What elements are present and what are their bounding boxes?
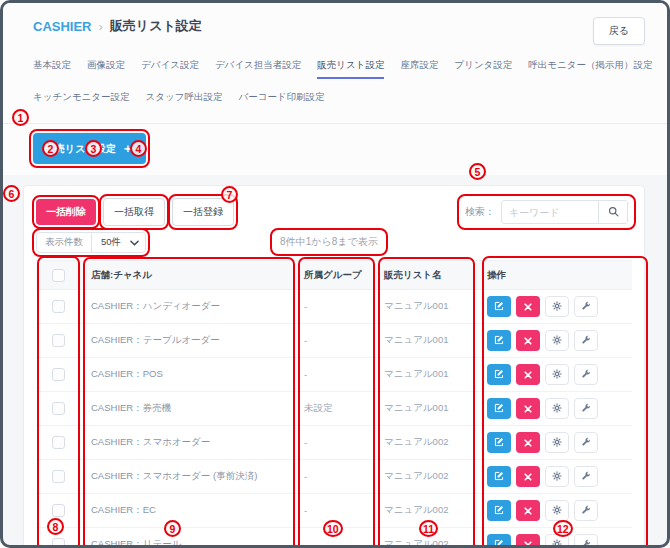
page-title: 販売リスト設定: [110, 17, 202, 35]
delete-button[interactable]: [516, 466, 540, 487]
edit-button[interactable]: [487, 398, 511, 419]
tab-販売リスト設定[interactable]: 販売リスト設定: [317, 59, 384, 79]
tab-キッチンモニター設定[interactable]: キッチンモニター設定: [33, 91, 130, 109]
table-row: CASHIER：テーブルオーダー - マニュアル001: [36, 324, 632, 358]
bulk-get-button[interactable]: 一括取得: [103, 198, 165, 226]
settings-button[interactable]: [545, 296, 569, 317]
edit-button[interactable]: [487, 296, 511, 317]
edit-button[interactable]: [487, 364, 511, 385]
edit-button[interactable]: [487, 500, 511, 521]
bulk-register-button[interactable]: 一括登録: [172, 198, 234, 226]
gear-icon: [552, 333, 562, 348]
table-meta-row: 表示件数 50件 8件中1から8まで表示: [36, 231, 632, 253]
settings-button[interactable]: [545, 466, 569, 487]
page-length-select[interactable]: 表示件数 50件: [36, 232, 146, 253]
search-box: [501, 200, 628, 224]
page-length-value[interactable]: 50件: [92, 236, 145, 249]
select-all-checkbox[interactable]: [52, 269, 65, 282]
row-checkbox[interactable]: [52, 368, 65, 381]
search-button[interactable]: [599, 201, 627, 223]
actions-cell: [481, 290, 632, 323]
channel-cell: CASHIER：EC: [81, 494, 296, 527]
row-select-cell: [36, 290, 81, 323]
row-checkbox[interactable]: [52, 470, 65, 483]
table-row: CASHIER：POS - マニュアル001: [36, 358, 632, 392]
back-button[interactable]: 戻る: [593, 17, 645, 45]
row-checkbox[interactable]: [52, 538, 65, 548]
annotation-circle-9: 9: [164, 520, 181, 537]
tab-画像設定[interactable]: 画像設定: [87, 59, 125, 79]
tab-プリンタ設定[interactable]: プリンタ設定: [454, 59, 512, 79]
table-body: CASHIER：ハンディオーダー - マニュアル001 CASHIER：テーブル…: [36, 290, 632, 548]
settings-button[interactable]: [545, 330, 569, 351]
tools-button[interactable]: [574, 500, 598, 521]
wrench-icon: [581, 367, 591, 382]
tools-button[interactable]: [574, 296, 598, 317]
bulk-delete-button[interactable]: 一括削除: [36, 199, 96, 225]
search-icon: [608, 205, 619, 220]
edit-icon: [494, 537, 504, 548]
channel-cell: CASHIER：POS: [81, 358, 296, 391]
annotation-circle-5: 5: [469, 163, 486, 180]
tools-button[interactable]: [574, 398, 598, 419]
gear-icon: [552, 367, 562, 382]
edit-button[interactable]: [487, 330, 511, 351]
settings-button[interactable]: [545, 500, 569, 521]
tab-基本設定[interactable]: 基本設定: [33, 59, 71, 79]
settings-button[interactable]: [545, 432, 569, 453]
tab-スタッフ呼出設定[interactable]: スタッフ呼出設定: [146, 91, 223, 109]
tab-row-1: 基本設定画像設定デバイス設定デバイス担当者設定販売リスト設定座席設定プリンタ設定…: [33, 59, 647, 79]
delete-button[interactable]: [516, 500, 540, 521]
tab-座席設定[interactable]: 座席設定: [400, 59, 438, 79]
edit-icon: [494, 333, 504, 348]
breadcrumb-root[interactable]: CASHIER: [33, 19, 92, 34]
actions-cell: [481, 460, 632, 493]
tools-button[interactable]: [574, 534, 598, 548]
delete-button[interactable]: [516, 296, 540, 317]
delete-button[interactable]: [516, 432, 540, 453]
delete-button[interactable]: [516, 398, 540, 419]
row-select-cell: [36, 426, 81, 459]
edit-button[interactable]: [487, 466, 511, 487]
row-select-cell: [36, 324, 81, 357]
wrench-icon: [581, 503, 591, 518]
row-select-cell: [36, 358, 81, 391]
x-icon: [524, 299, 532, 314]
list-name-cell: マニュアル001: [376, 392, 481, 425]
header-channel: 店舗:チャネル: [81, 261, 296, 289]
tab-バーコード印刷設定[interactable]: バーコード印刷設定: [238, 91, 324, 109]
row-checkbox[interactable]: [52, 402, 65, 415]
row-select-cell: [36, 392, 81, 425]
delete-button[interactable]: [516, 330, 540, 351]
edit-icon: [494, 367, 504, 382]
row-checkbox[interactable]: [52, 300, 65, 313]
tab-デバイス担当者設定[interactable]: デバイス担当者設定: [215, 59, 301, 79]
settings-button[interactable]: [545, 364, 569, 385]
annotation-circle-4: 4: [130, 140, 147, 157]
row-checkbox[interactable]: [52, 334, 65, 347]
wrench-icon: [581, 299, 591, 314]
delete-button[interactable]: [516, 534, 540, 548]
tab-呼出モニター（掲示用）設定[interactable]: 呼出モニター（掲示用）設定: [528, 59, 652, 79]
channel-cell: CASHIER：券売機: [81, 392, 296, 425]
gear-icon: [552, 299, 562, 314]
wrench-icon: [581, 401, 591, 416]
table-row: CASHIER：ハンディオーダー - マニュアル001: [36, 290, 632, 324]
tab-デバイス設定[interactable]: デバイス設定: [141, 59, 199, 79]
x-icon: [524, 537, 532, 548]
gear-icon: [552, 401, 562, 416]
delete-button[interactable]: [516, 364, 540, 385]
edit-button[interactable]: [487, 432, 511, 453]
header-select-all-cell: [36, 261, 81, 289]
row-checkbox[interactable]: [52, 436, 65, 449]
row-checkbox[interactable]: [52, 504, 65, 517]
search-input[interactable]: [502, 202, 598, 222]
settings-button[interactable]: [545, 398, 569, 419]
edit-button[interactable]: [487, 534, 511, 548]
tools-button[interactable]: [574, 364, 598, 385]
topbar: CASHIER › 販売リスト設定 戻る 基本設定画像設定デバイス設定デバイス担…: [3, 3, 667, 124]
tools-button[interactable]: [574, 432, 598, 453]
annotation-circle-8: 8: [47, 518, 64, 535]
tools-button[interactable]: [574, 466, 598, 487]
tools-button[interactable]: [574, 330, 598, 351]
